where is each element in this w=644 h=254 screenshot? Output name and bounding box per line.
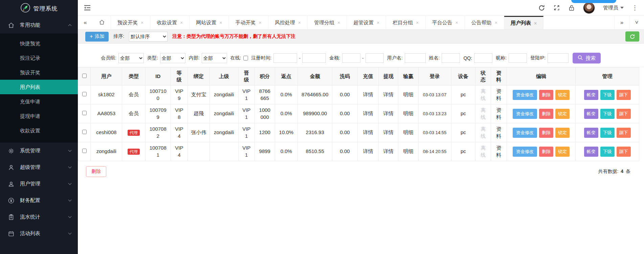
kick-button[interactable]: 踢下 — [617, 147, 631, 157]
subordinates-button[interactable]: 下级 — [600, 109, 615, 119]
name-input[interactable] — [442, 53, 460, 63]
sidebar-section-super[interactable]: 超级管理 — [0, 159, 78, 176]
subordinates-button[interactable]: 下级 — [600, 147, 615, 157]
recharge-detail-link[interactable]: 详情 — [357, 123, 379, 142]
tab-announcement-help[interactable]: 公告帮助× — [465, 16, 504, 29]
user-avatar[interactable] — [583, 2, 595, 14]
recharge-detail-link[interactable]: 详情 — [357, 142, 379, 161]
search-button[interactable]: 搜索 — [573, 53, 601, 63]
row-checkbox[interactable] — [82, 149, 87, 153]
row-checkbox[interactable] — [82, 92, 87, 96]
recharge-detail-link[interactable]: 详情 — [357, 85, 379, 104]
recharge-detail-link[interactable]: 详情 — [357, 104, 379, 123]
table-refresh-button[interactable] — [625, 31, 639, 42]
subordinates-button[interactable]: 下级 — [600, 128, 615, 138]
nickname-input[interactable] — [509, 53, 527, 63]
profile-link[interactable]: 资料 — [491, 123, 507, 142]
delete-row-button[interactable]: 删除 — [539, 147, 553, 157]
close-icon[interactable]: × — [180, 20, 183, 25]
tab-platform-announcement[interactable]: 平台公告× — [426, 16, 465, 29]
sidebar-section-turnover[interactable]: 流水统计 — [0, 209, 78, 225]
type-select[interactable]: 全部 — [160, 53, 185, 63]
tab-site-settings[interactable]: 网站设置× — [190, 16, 229, 29]
qq-input[interactable] — [474, 53, 492, 63]
close-icon[interactable]: × — [377, 20, 379, 25]
sidebar-collapse-icon[interactable] — [84, 5, 91, 11]
tab-super-settings[interactable]: 超管设置× — [347, 16, 386, 29]
account-change-button[interactable]: 帐变 — [584, 90, 598, 100]
winlose-detail-link[interactable]: 明细 — [398, 123, 419, 142]
subordinates-button[interactable]: 下级 — [600, 90, 615, 100]
withdraw-detail-link[interactable]: 详情 — [379, 104, 398, 123]
lock-icon[interactable] — [568, 4, 575, 11]
login-ip-input[interactable] — [548, 53, 569, 63]
withdraw-detail-link[interactable]: 详情 — [379, 85, 398, 104]
reg-time-end-input[interactable] — [302, 53, 326, 63]
add-button[interactable]: + 添加 — [85, 32, 109, 42]
fund-edit-button[interactable]: 资金修改 — [513, 90, 537, 100]
sidebar-section-users[interactable]: 用户管理 — [0, 176, 78, 192]
tabs-scroll-right-icon[interactable]: » — [614, 16, 629, 29]
sidebar-item-quick-preview[interactable]: 快捷预览 — [0, 36, 78, 51]
kick-button[interactable]: 踢下 — [617, 109, 631, 119]
lock-button[interactable]: 锁定 — [555, 90, 570, 100]
winlose-detail-link[interactable]: 明细 — [398, 85, 419, 104]
winlose-detail-link[interactable]: 明细 — [398, 104, 419, 123]
fund-edit-button[interactable]: 资金修改 — [513, 147, 537, 157]
internal-select[interactable]: 全部 — [202, 53, 227, 63]
close-icon[interactable]: × — [337, 20, 340, 25]
account-change-button[interactable]: 帐变 — [584, 128, 598, 138]
close-icon[interactable]: × — [141, 20, 143, 25]
delete-row-button[interactable]: 删除 — [539, 109, 553, 119]
withdraw-detail-link[interactable]: 详情 — [379, 123, 398, 142]
tab-home[interactable] — [93, 16, 111, 29]
tabs-menu-icon[interactable]: ˅ — [629, 16, 644, 29]
select-all-checkbox[interactable] — [82, 74, 87, 78]
sidebar-item-preset-draw[interactable]: 预设开奖 — [0, 65, 78, 80]
row-checkbox[interactable] — [82, 111, 87, 115]
delete-row-button[interactable]: 删除 — [539, 128, 553, 138]
withdraw-detail-link[interactable]: 详情 — [379, 142, 398, 161]
sidebar-section-system[interactable]: 系统管理 — [0, 143, 78, 159]
tab-preset-draw[interactable]: 预设开奖× — [111, 16, 150, 29]
admin-user-menu[interactable]: 管理员 — [603, 5, 624, 11]
delete-row-button[interactable]: 删除 — [539, 90, 553, 100]
amount-max-input[interactable] — [365, 53, 384, 63]
lock-button[interactable]: 锁定 — [555, 128, 570, 138]
close-icon[interactable]: × — [456, 20, 458, 25]
tab-admin-groups[interactable]: 管理分组× — [308, 16, 347, 29]
close-icon[interactable]: × — [416, 20, 419, 25]
sidebar-section-activities[interactable]: 活动列表 — [0, 225, 78, 242]
close-icon[interactable]: × — [259, 20, 262, 25]
lock-button[interactable]: 锁定 — [555, 109, 570, 119]
tab-risk-control[interactable]: 风控处理× — [268, 16, 308, 29]
row-checkbox[interactable] — [82, 130, 87, 134]
more-options-icon[interactable]: ⋮ — [632, 4, 638, 11]
close-icon[interactable]: × — [219, 20, 222, 25]
profile-link[interactable]: 资料 — [491, 142, 507, 161]
profile-link[interactable]: 资料 — [491, 104, 507, 123]
sidebar-item-payment-settings[interactable]: 收款设置 — [0, 123, 78, 138]
sidebar-item-bet-records[interactable]: 投注记录 — [0, 51, 78, 65]
fund-edit-button[interactable]: 资金修改 — [513, 128, 537, 138]
amount-min-input[interactable] — [342, 53, 360, 63]
tab-user-list-active[interactable]: 用户列表× — [504, 16, 543, 29]
sort-select[interactable]: 默认排序 — [129, 32, 168, 42]
close-icon[interactable]: × — [495, 20, 497, 25]
username-input[interactable] — [405, 53, 426, 63]
account-change-button[interactable]: 帐变 — [584, 147, 598, 157]
profile-link[interactable]: 资料 — [491, 85, 507, 104]
reg-time-start-input[interactable] — [273, 53, 297, 63]
refresh-icon[interactable] — [538, 4, 545, 11]
close-icon[interactable]: × — [298, 20, 301, 25]
tab-manual-draw[interactable]: 手动开奖× — [229, 16, 268, 29]
lock-button[interactable]: 锁定 — [555, 147, 570, 157]
sidebar-section-common[interactable]: 常用功能 — [0, 17, 78, 33]
fullscreen-icon[interactable] — [553, 4, 560, 11]
sidebar-item-recharge-request[interactable]: 充值申请 — [0, 94, 78, 109]
sidebar-item-user-list[interactable]: 用户列表 — [0, 80, 78, 94]
sidebar-item-withdraw-request[interactable]: 提现申请 — [0, 109, 78, 123]
sidebar-section-finance[interactable]: 财务配置 — [0, 192, 78, 209]
winlose-detail-link[interactable]: 明细 — [398, 142, 419, 161]
member-group-select[interactable]: 全部 — [118, 53, 144, 63]
